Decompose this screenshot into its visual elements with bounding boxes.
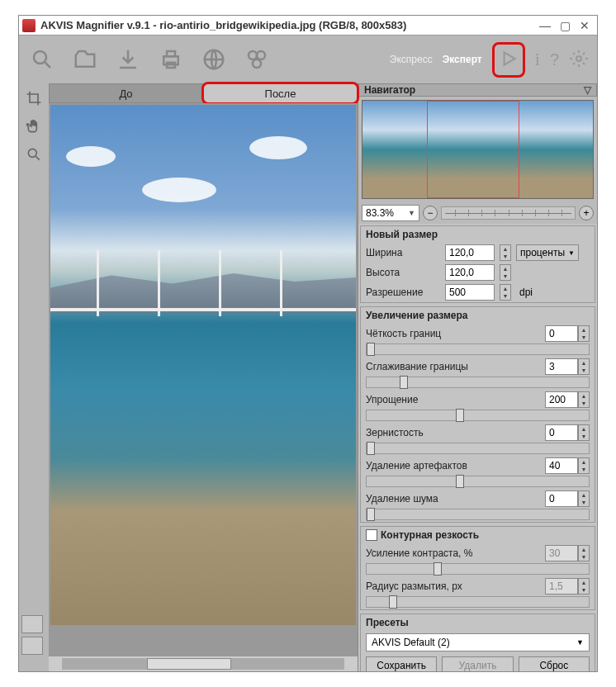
crop-tool-icon[interactable] bbox=[22, 87, 45, 110]
contrast-input: 30 bbox=[545, 545, 578, 561]
reset-preset-button[interactable]: Сброс bbox=[519, 656, 590, 671]
svg-point-7 bbox=[253, 59, 261, 68]
zoom-tool-icon[interactable] bbox=[24, 41, 60, 78]
smooth-slider[interactable] bbox=[366, 377, 590, 388]
main-toolbar: Экспресс Эксперт i ? bbox=[19, 36, 597, 83]
navigator-thumbnail[interactable] bbox=[362, 100, 594, 199]
run-button[interactable] bbox=[492, 42, 525, 78]
right-panel: Навигатор ▽ 83.3%▼ − + Новый размер Шири bbox=[358, 83, 597, 671]
tab-after[interactable]: После bbox=[203, 83, 358, 103]
magnify-tool-icon[interactable] bbox=[22, 143, 45, 166]
image-canvas[interactable] bbox=[49, 103, 358, 656]
hand-tool-icon[interactable] bbox=[22, 115, 45, 138]
unit-select[interactable]: проценты▼ bbox=[516, 244, 579, 261]
app-icon bbox=[22, 19, 36, 32]
navigator-header: Навигатор ▽ bbox=[358, 83, 597, 97]
collapse-icon[interactable]: ▽ bbox=[584, 84, 591, 96]
resolution-input[interactable]: 500 bbox=[445, 284, 495, 301]
height-spinner[interactable]: ▲▼ bbox=[500, 264, 511, 281]
view-tabs: До После bbox=[49, 83, 358, 103]
mode-express[interactable]: Экспресс bbox=[390, 54, 433, 65]
svg-point-8 bbox=[576, 56, 581, 61]
simpl-input[interactable]: 200 bbox=[545, 391, 578, 408]
zoom-select[interactable]: 83.3%▼ bbox=[362, 205, 419, 221]
width-input[interactable]: 120,0 bbox=[445, 244, 495, 261]
resolution-spinner[interactable]: ▲▼ bbox=[500, 284, 511, 301]
noise-slider[interactable] bbox=[366, 509, 590, 520]
sharp-input[interactable]: 0 bbox=[545, 325, 578, 342]
unsharp-checkbox[interactable] bbox=[366, 529, 377, 541]
sharp-slider[interactable] bbox=[366, 344, 590, 355]
close-button[interactable]: ✕ bbox=[576, 18, 594, 33]
main-view: До После bbox=[49, 83, 358, 671]
new-size-section: Новый размер Ширина 120,0 ▲▼ проценты▼ В… bbox=[360, 225, 595, 303]
bottom-left-buttons bbox=[21, 615, 46, 655]
zoom-controls: 83.3%▼ − + bbox=[358, 202, 597, 224]
print-icon[interactable] bbox=[153, 41, 189, 78]
preset-select[interactable]: AKVIS Default (2)▼ bbox=[366, 633, 590, 651]
radius-input: 1,5 bbox=[545, 578, 578, 595]
horizontal-scrollbar[interactable] bbox=[49, 656, 358, 671]
unsharp-section: Контурная резкость Усиление контраста, %… bbox=[360, 526, 595, 610]
presets-section: Пресеты AKVIS Default (2)▼ Сохранить Уда… bbox=[360, 614, 595, 671]
help-icon[interactable]: ? bbox=[550, 50, 559, 69]
upscale-section: Увеличение размера Чёткость границ0▲▼ Сг… bbox=[360, 306, 595, 523]
zoom-out-icon[interactable]: − bbox=[423, 206, 438, 220]
artif-input[interactable]: 40 bbox=[545, 457, 578, 474]
svg-point-9 bbox=[28, 149, 36, 157]
maximize-button[interactable]: ▢ bbox=[556, 18, 574, 33]
settings-icon[interactable] bbox=[569, 49, 589, 71]
noise-input[interactable]: 0 bbox=[545, 490, 578, 507]
compare-mode-1[interactable] bbox=[21, 615, 43, 633]
content-area: До После Навигатор bbox=[19, 83, 597, 671]
batch-icon[interactable] bbox=[239, 41, 275, 78]
simpl-slider[interactable] bbox=[366, 410, 590, 421]
mode-switch: Экспресс Эксперт i ? bbox=[390, 42, 592, 78]
save-icon[interactable] bbox=[110, 41, 146, 78]
grain-input[interactable]: 0 bbox=[545, 424, 578, 441]
width-spinner[interactable]: ▲▼ bbox=[500, 244, 511, 261]
delete-preset-button: Удалить bbox=[442, 656, 513, 671]
smooth-input[interactable]: 3 bbox=[545, 358, 578, 375]
app-window: AKVIS Magnifier v.9.1 - rio-antirio_brid… bbox=[18, 15, 598, 672]
save-preset-button[interactable]: Сохранить bbox=[366, 656, 437, 671]
svg-point-6 bbox=[257, 51, 265, 59]
navigator-panel bbox=[358, 97, 597, 202]
artif-slider[interactable] bbox=[366, 476, 590, 487]
minimize-button[interactable]: — bbox=[536, 18, 554, 33]
open-icon[interactable] bbox=[67, 41, 103, 78]
svg-rect-2 bbox=[167, 51, 175, 56]
info-icon[interactable]: i bbox=[535, 49, 540, 70]
height-input[interactable]: 120,0 bbox=[445, 264, 495, 281]
side-toolbar bbox=[19, 83, 49, 671]
zoom-in-icon[interactable]: + bbox=[579, 206, 594, 220]
svg-point-0 bbox=[34, 51, 46, 64]
svg-point-5 bbox=[249, 51, 257, 59]
grain-slider[interactable] bbox=[366, 443, 590, 454]
tab-before[interactable]: До bbox=[49, 83, 203, 103]
window-title: AKVIS Magnifier v.9.1 - rio-antirio_brid… bbox=[40, 19, 534, 31]
preview-image bbox=[50, 105, 356, 625]
zoom-slider[interactable] bbox=[441, 206, 576, 220]
share-icon[interactable] bbox=[196, 41, 232, 78]
mode-expert[interactable]: Эксперт bbox=[443, 54, 482, 65]
navigator-viewport[interactable] bbox=[427, 101, 519, 198]
title-bar: AKVIS Magnifier v.9.1 - rio-antirio_brid… bbox=[19, 16, 597, 36]
compare-mode-2[interactable] bbox=[21, 637, 43, 655]
